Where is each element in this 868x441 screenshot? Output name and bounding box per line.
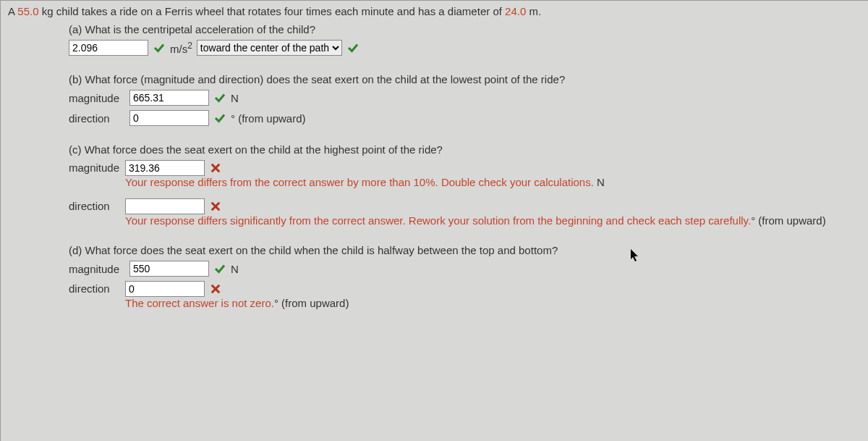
intro-mass: 55.0 [17,5,38,17]
check-icon [213,262,226,275]
cross-icon [209,282,222,295]
direction-label: direction [69,281,125,295]
check-icon [213,112,226,125]
direction-label: direction [69,112,125,125]
magnitude-unit: N [231,263,239,275]
intro-diameter: 24.0 [505,5,526,17]
magnitude-label: magnitude [69,263,125,275]
part-c-magnitude-input[interactable] [125,160,205,176]
cursor-icon [630,248,640,265]
magnitude-unit: N [231,92,239,104]
part-d-direction-input[interactable] [125,281,205,297]
intro-suffix: m. [526,5,541,17]
direction-unit: ° (from upward) [231,112,306,125]
part-d-magnitude-input[interactable] [129,261,209,277]
part-b-direction-input[interactable] [129,110,209,126]
part-c-prompt: (c) What force does the seat exert on th… [69,143,861,156]
part-a-select[interactable]: toward the center of the path [197,40,342,56]
direction-label: direction [69,198,125,212]
part-a-unit: m/s2 [170,41,192,55]
check-icon [346,41,359,54]
question-intro: A 55.0 kg child takes a ride on a Ferris… [8,5,861,17]
cross-icon [209,161,222,175]
part-b-prompt: (b) What force (magnitude and direction)… [69,73,861,85]
intro-mid: kg child takes a ride on a Ferris wheel … [39,5,506,17]
cross-icon [209,200,222,213]
part-b-magnitude-input[interactable] [129,90,209,106]
part-a-input[interactable] [69,40,148,56]
part-a-prompt: (a) What is the centripetal acceleration… [69,23,861,35]
magnitude-label: magnitude [69,92,125,104]
part-c-mag-feedback: Your response differs from the correct a… [125,176,861,188]
intro-prefix: A [8,5,17,17]
part-d-dir-feedback: The correct answer is not zero.° (from u… [125,297,861,309]
part-c-dir-feedback: Your response differs significantly from… [125,214,861,227]
part-d-prompt: (d) What force does the seat exert on th… [69,244,558,256]
magnitude-label: magnitude [69,160,125,174]
check-icon [213,91,226,104]
part-c-direction-input[interactable] [125,198,205,214]
check-icon [153,41,166,54]
